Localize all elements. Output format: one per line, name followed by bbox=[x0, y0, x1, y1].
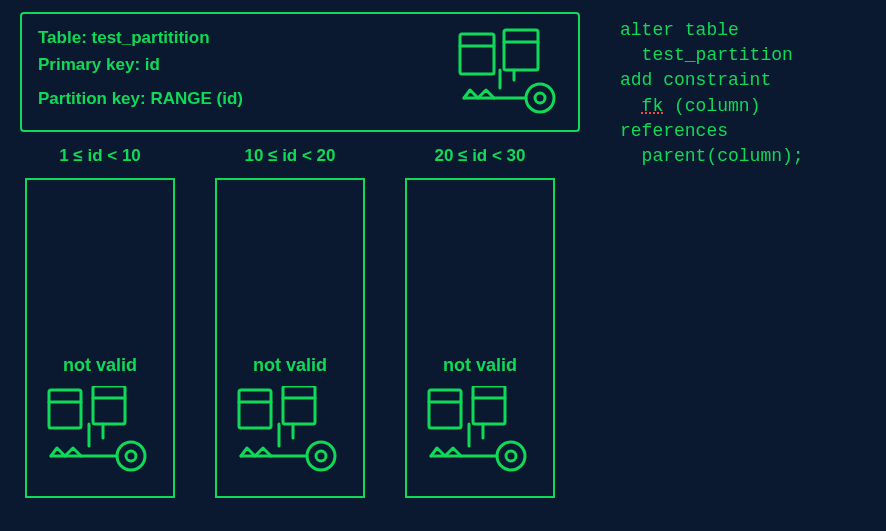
svg-point-14 bbox=[126, 451, 136, 461]
code-line-2: test_partition bbox=[620, 45, 793, 65]
partition-box: not valid bbox=[25, 178, 175, 498]
code-line-3: add constraint bbox=[620, 70, 771, 90]
diagram-area: Table: test_partitition Primary key: id … bbox=[20, 12, 580, 498]
code-fk-token: fk bbox=[642, 96, 664, 116]
partition-status: not valid bbox=[63, 355, 137, 376]
table-title-value: test_partitition bbox=[92, 28, 210, 47]
primary-key-label: Primary key: bbox=[38, 55, 140, 74]
code-line-6: parent(column); bbox=[620, 146, 804, 166]
svg-point-31 bbox=[497, 442, 525, 470]
partition-col-0: 1 ≤ id < 10 not valid bbox=[20, 146, 180, 498]
partition-range-label: 1 ≤ id < 10 bbox=[59, 146, 141, 166]
svg-rect-2 bbox=[504, 30, 538, 70]
svg-point-22 bbox=[307, 442, 335, 470]
primary-key-value: id bbox=[145, 55, 160, 74]
partition-col-1: 10 ≤ id < 20 not valid bbox=[210, 146, 370, 498]
svg-rect-0 bbox=[460, 34, 494, 74]
partition-key-label: Partition key: bbox=[38, 89, 146, 108]
partition-status: not valid bbox=[253, 355, 327, 376]
svg-rect-20 bbox=[283, 386, 315, 424]
partition-status: not valid bbox=[443, 355, 517, 376]
code-line-4-rest: (column) bbox=[663, 96, 760, 116]
code-line-4-indent bbox=[620, 96, 642, 116]
table-title-label: Table: bbox=[38, 28, 87, 47]
svg-rect-18 bbox=[239, 390, 271, 428]
code-line-1: alter table bbox=[620, 20, 739, 40]
tables-key-icon bbox=[231, 386, 349, 478]
tables-key-icon bbox=[454, 28, 564, 120]
partition-range-label: 10 ≤ id < 20 bbox=[244, 146, 335, 166]
svg-point-32 bbox=[506, 451, 516, 461]
partition-box: not valid bbox=[215, 178, 365, 498]
svg-rect-27 bbox=[429, 390, 461, 428]
sql-code-block: alter table test_partition add constrain… bbox=[620, 18, 804, 169]
tables-key-icon bbox=[421, 386, 539, 478]
svg-rect-29 bbox=[473, 386, 505, 424]
parent-table-box: Table: test_partitition Primary key: id … bbox=[20, 12, 580, 132]
svg-point-23 bbox=[316, 451, 326, 461]
partition-box: not valid bbox=[405, 178, 555, 498]
svg-point-13 bbox=[117, 442, 145, 470]
partition-range-label: 20 ≤ id < 30 bbox=[434, 146, 525, 166]
svg-point-5 bbox=[535, 93, 545, 103]
svg-rect-9 bbox=[49, 390, 81, 428]
svg-rect-11 bbox=[93, 386, 125, 424]
partition-col-2: 20 ≤ id < 30 not valid bbox=[400, 146, 560, 498]
svg-point-4 bbox=[526, 84, 554, 112]
partition-key-value: RANGE (id) bbox=[150, 89, 243, 108]
partitions-row: 1 ≤ id < 10 not valid bbox=[20, 146, 580, 498]
tables-key-icon bbox=[41, 386, 159, 478]
code-line-5: references bbox=[620, 121, 728, 141]
